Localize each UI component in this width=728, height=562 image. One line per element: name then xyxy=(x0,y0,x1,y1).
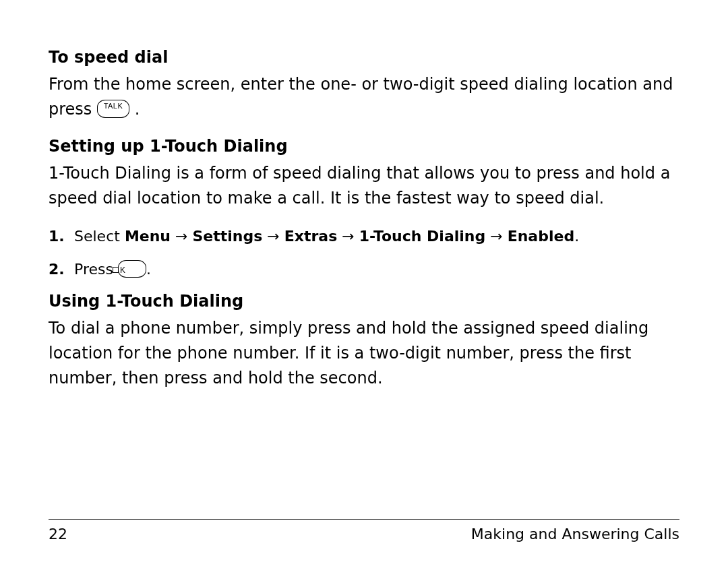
step-1-period: . xyxy=(574,228,579,245)
talk-key-icon: TALK xyxy=(97,100,129,118)
ok-key-icon: K xyxy=(118,260,146,278)
footer-rule xyxy=(49,519,679,520)
step-2-lead: Press xyxy=(74,261,118,278)
heading-using-1touch: Using 1-Touch Dialing xyxy=(49,291,679,312)
para-setup-1touch: 1-Touch Dialing is a form of speed diali… xyxy=(49,161,679,211)
page-footer: 22 Making and Answering Calls xyxy=(49,526,679,542)
menu-path-1touch: 1-Touch Dialing xyxy=(359,228,486,245)
para-speed-dial-post: . xyxy=(135,100,140,119)
arrow-icon: → xyxy=(337,228,359,245)
menu-path-menu: Menu xyxy=(125,228,171,245)
heading-to-speed-dial: To speed dial xyxy=(49,47,679,68)
menu-path-settings: Settings xyxy=(192,228,262,245)
step-1-number: 1. xyxy=(49,224,74,248)
ok-letter: K xyxy=(120,266,126,276)
page-content: To speed dial From the home screen, ente… xyxy=(49,47,679,404)
ok-square-icon xyxy=(113,267,119,273)
menu-path-extras: Extras xyxy=(284,228,338,245)
step-1-lead: Select xyxy=(74,228,125,245)
para-speed-dial-pre: From the home screen, enter the one- or … xyxy=(49,75,673,119)
heading-setup-1touch: Setting up 1-Touch Dialing xyxy=(49,136,679,157)
chapter-title: Making and Answering Calls xyxy=(471,526,679,542)
para-speed-dial: From the home screen, enter the one- or … xyxy=(49,72,679,122)
step-2: 2.Press K. xyxy=(49,257,679,281)
step-2-number: 2. xyxy=(49,257,74,281)
page-number: 22 xyxy=(49,526,67,542)
para-using-1touch: To dial a phone number, simply press and… xyxy=(49,316,679,392)
arrow-icon: → xyxy=(262,228,284,245)
menu-path-enabled: Enabled xyxy=(508,228,575,245)
arrow-icon: → xyxy=(485,228,507,245)
step-1: 1.Select Menu → Settings → Extras → 1-To… xyxy=(49,224,679,248)
arrow-icon: → xyxy=(171,228,192,245)
step-2-period: . xyxy=(146,261,151,278)
